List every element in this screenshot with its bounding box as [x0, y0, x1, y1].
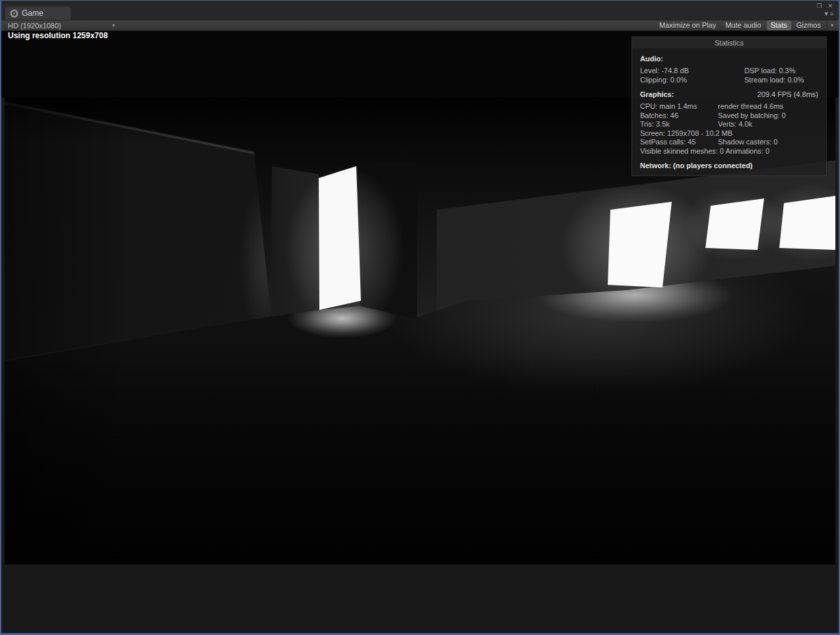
- audio-stream-load: Stream load: 0.0%: [744, 76, 804, 85]
- close-window-icon[interactable]: ✕: [827, 3, 833, 9]
- gizmos-button[interactable]: Gizmos: [792, 20, 825, 30]
- batches-count: Batches: 46: [640, 111, 718, 121]
- window-controls: ❐ ✕: [816, 3, 833, 9]
- network-status: Network: (no players connected): [640, 162, 818, 169]
- pane-menu-icon[interactable]: ▼≡: [824, 11, 834, 17]
- audio-row: Level: -74.8 dB DSP load: 0.3%: [640, 67, 818, 76]
- audio-level: Level: -74.8 dB: [640, 67, 744, 76]
- saved-by-batching: Saved by batching: 0: [718, 111, 786, 121]
- audio-clipping: Clipping: 0.0%: [640, 76, 744, 85]
- tab-game[interactable]: Game: [5, 7, 71, 20]
- gizmos-dropdown-icon[interactable]: ▾: [827, 20, 835, 31]
- pane-menu-arrow-icon: ▼: [824, 11, 830, 17]
- stats-panel-title: Statistics: [632, 37, 826, 48]
- graphics-row: Tris: 3.5k Verts: 4.0k: [640, 120, 818, 129]
- aspect-ratio-label: HD (1920x1080): [8, 22, 61, 30]
- titlebar: Game ❐ ✕ ▼≡: [1, 1, 839, 20]
- game-view-toolbar: HD (1920x1080) ▾ Maximize on Play Mute a…: [1, 20, 839, 31]
- graphics-row: CPU: main 1.4ms render thread 4.6ms: [640, 102, 818, 111]
- audio-row: Clipping: 0.0% Stream load: 0.0%: [640, 76, 818, 85]
- mute-audio-button[interactable]: Mute audio: [721, 20, 765, 30]
- audio-section-heading: Audio:: [640, 55, 818, 63]
- graphics-row: Batches: 46 Saved by batching: 0: [640, 111, 818, 121]
- graphics-row: Visible skinned meshes: 0 Animations: 0: [640, 147, 818, 156]
- restore-window-icon[interactable]: ❐: [816, 3, 822, 9]
- game-view-icon: [10, 9, 18, 18]
- render-thread-time: render thread 4.6ms: [718, 102, 783, 111]
- audio-dsp-load: DSP load: 0.3%: [744, 67, 795, 76]
- tab-game-label: Game: [22, 9, 44, 18]
- graphics-row: SetPass calls: 45 Shadow casters: 0: [640, 138, 818, 147]
- graphics-row: Screen: 1259x708 - 10.2 MB: [640, 129, 818, 138]
- graphics-section-heading-row: Graphics: 209.4 FPS (4.8ms): [640, 90, 818, 98]
- stats-panel: Statistics Audio: Level: -74.8 dB DSP lo…: [631, 36, 827, 176]
- aspect-ratio-dropdown[interactable]: HD (1920x1080) ▾: [5, 22, 115, 30]
- toolbar-right-group: Maximize on Play Mute audio Stats Gizmos…: [655, 20, 835, 31]
- skinned-meshes-animations: Visible skinned meshes: 0 Animations: 0: [640, 147, 718, 156]
- pane-menu-lines-icon: ≡: [830, 11, 834, 17]
- tris-count: Tris: 3.5k: [640, 120, 718, 129]
- unity-game-window: Game ❐ ✕ ▼≡ HD (1920x1080) ▾ Maximize on…: [0, 0, 840, 635]
- fps-value: 209.4 FPS (4.8ms): [758, 90, 818, 98]
- cpu-main-time: CPU: main 1.4ms: [640, 102, 718, 111]
- setpass-calls: SetPass calls: 45: [640, 138, 718, 147]
- resolution-notification: Using resolution 1259x708: [8, 31, 108, 40]
- stats-button[interactable]: Stats: [767, 20, 791, 30]
- verts-count: Verts: 4.0k: [718, 120, 752, 129]
- shadow-casters: Shadow casters: 0: [718, 138, 778, 147]
- chevron-down-icon: ▾: [112, 22, 115, 28]
- maximize-on-play-button[interactable]: Maximize on Play: [655, 20, 720, 30]
- stats-panel-body: Audio: Level: -74.8 dB DSP load: 0.3% Cl…: [632, 48, 826, 175]
- graphics-section-heading: Graphics:: [640, 90, 674, 98]
- screen-info: Screen: 1259x708 - 10.2 MB: [640, 129, 718, 138]
- game-viewport[interactable]: Using resolution 1259x708 Statistics Aud…: [1, 31, 839, 633]
